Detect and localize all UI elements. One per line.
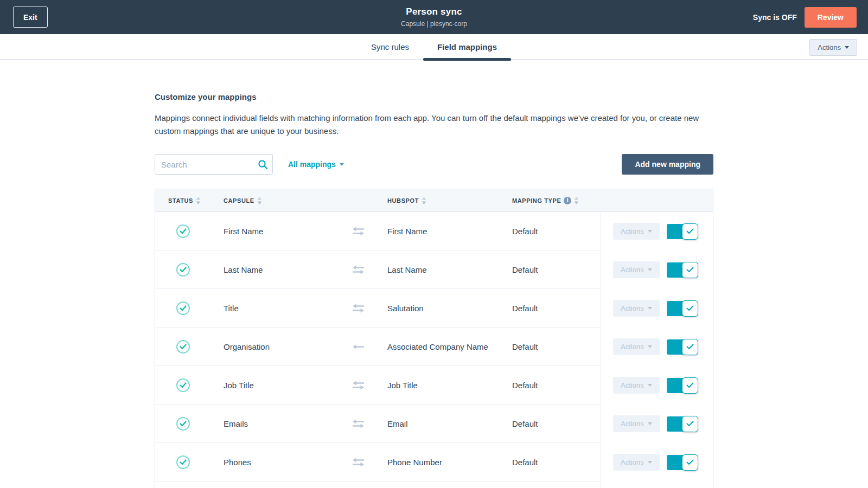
row-actions-dropdown-button[interactable]: Actions bbox=[613, 377, 660, 394]
capsule-field-name: Phones bbox=[224, 458, 352, 467]
tab-sync-rules[interactable]: Sync rules bbox=[371, 34, 409, 60]
top-bar: Exit Person sync Capsule | piesync-corp … bbox=[0, 0, 868, 34]
row-actions-dropdown-button[interactable]: Actions bbox=[613, 223, 660, 240]
mapping-filter-label: All mappings bbox=[288, 160, 336, 169]
capsule-field-name: Last Name bbox=[224, 265, 352, 274]
table-header-row: STATUS CAPSULE HUBSPOT bbox=[155, 189, 713, 212]
review-button[interactable]: Review bbox=[805, 7, 857, 28]
sync-status-check-icon bbox=[176, 340, 190, 354]
toggle-knob bbox=[682, 377, 698, 394]
page-title: Person sync bbox=[401, 7, 467, 17]
check-icon bbox=[686, 228, 694, 234]
chevron-down-icon bbox=[845, 46, 849, 49]
chevron-down-icon bbox=[648, 230, 652, 233]
check-icon bbox=[686, 459, 694, 465]
mapping-enabled-toggle[interactable] bbox=[667, 224, 698, 239]
partial-row bbox=[155, 481, 713, 488]
sort-icon[interactable] bbox=[257, 197, 262, 204]
column-header-mapping-type[interactable]: MAPPING TYPE i bbox=[512, 197, 601, 204]
exit-button[interactable]: Exit bbox=[13, 7, 48, 28]
chevron-down-icon bbox=[648, 345, 652, 348]
two-way-sync-arrow-icon bbox=[352, 265, 365, 274]
chevron-down-icon bbox=[648, 384, 652, 387]
check-icon bbox=[686, 305, 694, 311]
table-controls: All mappings Add new mapping bbox=[155, 154, 713, 175]
mapping-enabled-toggle[interactable] bbox=[667, 262, 698, 278]
mapping-type-value: Default bbox=[512, 304, 601, 313]
two-way-sync-arrow-icon bbox=[352, 381, 365, 390]
column-header-capsule[interactable]: CAPSULE bbox=[224, 197, 352, 204]
actions-dropdown-button[interactable]: Actions bbox=[809, 39, 857, 56]
actions-dropdown-label: Actions bbox=[818, 43, 841, 52]
sync-status-check-icon bbox=[176, 301, 190, 315]
toggle-knob bbox=[682, 454, 698, 471]
capsule-field-name: Emails bbox=[224, 419, 352, 428]
mapping-type-value: Default bbox=[512, 227, 601, 236]
chevron-down-icon bbox=[648, 307, 652, 310]
field-mappings-panel: Customize your mappings Mappings connect… bbox=[155, 92, 713, 488]
sort-icon[interactable] bbox=[422, 197, 426, 204]
mapping-type-value: Default bbox=[512, 419, 601, 428]
sync-status-text: Sync is OFF bbox=[753, 13, 797, 22]
row-actions-dropdown-button[interactable]: Actions bbox=[613, 300, 660, 317]
hubspot-field-name: Last Name bbox=[387, 265, 512, 274]
row-actions-dropdown-button[interactable]: Actions bbox=[613, 338, 660, 355]
sort-icon[interactable] bbox=[574, 197, 579, 204]
hubspot-field-name: Job Title bbox=[387, 381, 512, 390]
section-heading: Customize your mappings bbox=[155, 92, 713, 101]
capsule-field-name: First Name bbox=[224, 227, 352, 236]
two-way-sync-arrow-icon bbox=[352, 419, 365, 428]
mapping-filter-dropdown[interactable]: All mappings bbox=[288, 160, 344, 169]
column-header-hubspot[interactable]: HUBSPOT bbox=[387, 197, 512, 204]
tab-bar: Sync rules Field mappings Actions bbox=[0, 34, 868, 60]
search-input[interactable] bbox=[155, 160, 253, 169]
table-body: First Name First Name Default Actions bbox=[155, 212, 713, 481]
row-actions-dropdown-button[interactable]: Actions bbox=[613, 261, 660, 278]
chevron-down-icon bbox=[648, 461, 652, 464]
sync-status-check-icon bbox=[176, 417, 190, 431]
two-way-sync-arrow-icon bbox=[352, 227, 365, 236]
add-new-mapping-button[interactable]: Add new mapping bbox=[622, 154, 713, 175]
chevron-down-icon bbox=[648, 422, 652, 425]
one-way-left-arrow-icon bbox=[352, 342, 365, 351]
toggle-knob bbox=[682, 223, 698, 240]
table-row: Title Salutation Default Actions bbox=[155, 289, 713, 328]
sort-icon[interactable] bbox=[196, 197, 201, 204]
info-icon[interactable]: i bbox=[564, 197, 571, 204]
hubspot-field-name: First Name bbox=[387, 227, 512, 236]
mapping-type-value: Default bbox=[512, 342, 601, 351]
tab-field-mappings[interactable]: Field mappings bbox=[437, 34, 497, 60]
mapping-enabled-toggle[interactable] bbox=[667, 339, 698, 355]
sync-status-check-icon bbox=[176, 224, 190, 238]
mapping-type-value: Default bbox=[512, 458, 601, 467]
table-row: Emails Email Default Actions bbox=[155, 404, 713, 443]
mapping-enabled-toggle[interactable] bbox=[667, 378, 698, 393]
chevron-down-icon bbox=[340, 163, 344, 166]
mapping-type-value: Default bbox=[512, 265, 601, 274]
column-header-status[interactable]: STATUS bbox=[155, 197, 224, 204]
check-icon bbox=[686, 267, 694, 273]
mapping-enabled-toggle[interactable] bbox=[667, 455, 698, 470]
sync-title-block: Person sync Capsule | piesync-corp bbox=[401, 7, 467, 28]
toggle-knob bbox=[682, 416, 698, 432]
row-actions-dropdown-button[interactable]: Actions bbox=[613, 415, 660, 432]
search-box bbox=[155, 154, 273, 175]
hubspot-field-name: Associated Company Name bbox=[387, 342, 512, 351]
sync-status-check-icon bbox=[176, 263, 190, 277]
two-way-sync-arrow-icon bbox=[352, 458, 365, 467]
mapping-enabled-toggle[interactable] bbox=[667, 301, 698, 316]
capsule-field-name: Organisation bbox=[224, 342, 352, 351]
row-actions-dropdown-button[interactable]: Actions bbox=[613, 454, 660, 471]
sync-status-check-icon bbox=[176, 455, 190, 469]
check-icon bbox=[686, 421, 694, 427]
mapping-type-value: Default bbox=[512, 381, 601, 390]
chevron-down-icon bbox=[648, 268, 652, 271]
hubspot-field-name: Salutation bbox=[387, 304, 512, 313]
search-button[interactable] bbox=[253, 155, 272, 174]
mapping-enabled-toggle[interactable] bbox=[667, 416, 698, 432]
check-icon bbox=[686, 382, 694, 388]
page-subtitle: Capsule | piesync-corp bbox=[401, 20, 467, 28]
toggle-knob bbox=[682, 300, 698, 317]
toggle-knob bbox=[682, 339, 698, 355]
table-row: Organisation Associated Company Name Def… bbox=[155, 328, 713, 366]
